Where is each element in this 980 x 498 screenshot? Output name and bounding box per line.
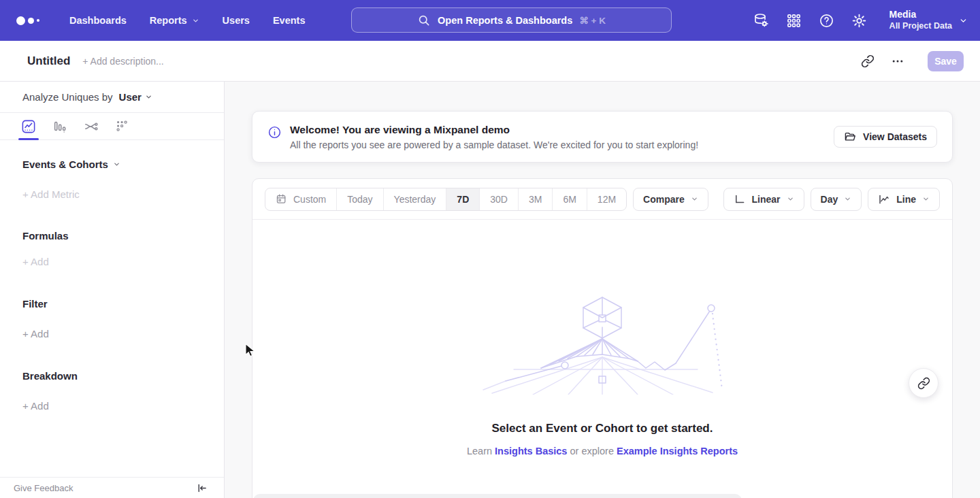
nav-label: Reports [150, 15, 187, 26]
range-6m[interactable]: 6M [552, 188, 586, 210]
range-label: Yesterday [394, 194, 436, 205]
project-selector[interactable]: Media All Project Data [889, 9, 968, 31]
events-cohorts-label: Events & Cohorts [22, 159, 108, 170]
give-feedback-link[interactable]: Give Feedback [14, 483, 73, 493]
gear-icon[interactable] [851, 13, 867, 29]
add-breakdown-button[interactable]: + Add [0, 400, 224, 412]
mixpanel-logo[interactable] [16, 16, 46, 25]
chart-type-selector[interactable]: Line [868, 188, 940, 211]
empty-state-subtitle: Learn Insights Basics or explore Example… [467, 446, 738, 456]
welcome-banner: Welcome! You are viewing a Mixpanel demo… [252, 111, 953, 163]
line-chart-icon [878, 193, 890, 205]
apps-grid-icon[interactable] [786, 13, 802, 29]
compare-button[interactable]: Compare [633, 188, 708, 211]
formulas-header: Formulas [0, 230, 224, 242]
banner-subtitle: All the reports you see are powered by a… [290, 139, 698, 150]
empty-state: Select an Event or Cohort to get started… [252, 220, 952, 456]
next-section-peek [253, 494, 742, 498]
save-button[interactable]: Save [928, 51, 964, 71]
search-shortcut: ⌘ + K [579, 15, 606, 26]
logo-dot [28, 18, 34, 24]
range-today[interactable]: Today [336, 188, 382, 210]
empty-state-illustration [473, 289, 732, 395]
more-options-icon[interactable] [887, 50, 909, 72]
range-yesterday[interactable]: Yesterday [383, 188, 446, 210]
logo-dot [37, 19, 39, 22]
interval-selector[interactable]: Day [811, 188, 862, 211]
report-header-bar: Untitled + Add description... Save [0, 41, 980, 82]
nav-users[interactable]: Users [223, 15, 250, 26]
empty-state-title: Select an Event or Cohort to get started… [492, 422, 713, 435]
linear-axis-icon [734, 193, 746, 205]
subtitle-text: Learn [467, 446, 492, 456]
search-placeholder: Open Reports & Dashboards [438, 15, 572, 26]
chevron-down-icon [787, 195, 794, 203]
share-link-fab[interactable] [909, 368, 938, 398]
breakdown-label: Breakdown [22, 370, 78, 382]
add-metric-button[interactable]: + Add Metric [0, 188, 224, 200]
analyze-by-dropdown[interactable]: User [119, 91, 152, 103]
top-nav: Dashboards Reports Users Events Open Rep… [0, 0, 980, 41]
events-cohorts-header[interactable]: Events & Cohorts [0, 159, 224, 170]
nav-label: Users [223, 15, 250, 26]
main-content: Welcome! You are viewing a Mixpanel demo… [225, 82, 980, 498]
project-scope: All Project Data [889, 21, 952, 32]
report-title[interactable]: Untitled [27, 54, 70, 68]
calendar-icon [276, 193, 287, 205]
chevron-down-icon [113, 161, 120, 168]
add-formula-button[interactable]: + Add [0, 256, 224, 267]
chevron-down-icon [959, 16, 968, 25]
range-12m[interactable]: 12M [587, 188, 626, 210]
range-30d[interactable]: 30D [479, 188, 518, 210]
logo-dot [16, 16, 25, 25]
example-reports-link[interactable]: Example Insights Reports [617, 446, 738, 456]
range-label: 3M [529, 194, 542, 205]
nav-reports[interactable]: Reports [150, 15, 199, 26]
help-icon[interactable] [819, 13, 834, 29]
range-custom[interactable]: Custom [265, 188, 336, 210]
chevron-down-icon [922, 195, 930, 203]
subtitle-text: or explore [570, 446, 613, 456]
analyze-by-value: User [119, 91, 142, 103]
tab-bar-chart-icon[interactable] [52, 119, 67, 140]
scale-label: Linear [752, 194, 781, 205]
chevron-down-icon [844, 195, 851, 203]
interval-label: Day [821, 194, 838, 205]
project-name: Media [889, 9, 952, 21]
chart-type-label: Line [896, 194, 916, 205]
insights-basics-link[interactable]: Insights Basics [495, 446, 567, 456]
nav-label: Dashboards [69, 15, 127, 26]
tab-retention-icon[interactable] [115, 119, 130, 140]
global-search[interactable]: Open Reports & Dashboards ⌘ + K [351, 7, 672, 33]
nav-dashboards[interactable]: Dashboards [69, 15, 127, 26]
add-filter-button[interactable]: + Add [0, 328, 224, 339]
analyze-by-label: Analyze Uniques by [22, 91, 113, 103]
chevron-down-icon [145, 93, 152, 101]
view-datasets-button[interactable]: View Datasets [834, 126, 937, 148]
range-label: 7D [457, 194, 469, 205]
banner-title: Welcome! You are viewing a Mixpanel demo [290, 124, 698, 136]
report-toolbar: Custom Today Yesterday 7D 30D 3M 6M 12M … [252, 179, 952, 220]
add-description[interactable]: + Add description... [82, 56, 163, 67]
filter-label: Filter [22, 298, 48, 310]
tab-insights-icon[interactable] [21, 119, 36, 140]
nav-events[interactable]: Events [273, 15, 306, 26]
range-3m[interactable]: 3M [518, 188, 552, 210]
info-icon [267, 125, 282, 139]
copy-link-icon[interactable] [857, 50, 879, 72]
tab-flows-icon[interactable] [84, 119, 99, 140]
scale-selector[interactable]: Linear [723, 188, 804, 211]
query-builder-sidebar: Analyze Uniques by User Events & Cohorts… [0, 82, 225, 498]
range-label: Today [347, 194, 372, 205]
folder-icon [844, 131, 857, 144]
data-management-icon[interactable] [753, 12, 769, 29]
range-7d[interactable]: 7D [446, 188, 479, 210]
breakdown-header: Breakdown [0, 370, 224, 382]
search-icon [417, 14, 431, 27]
filter-header: Filter [0, 298, 224, 310]
date-range-picker: Custom Today Yesterday 7D 30D 3M 6M 12M [265, 188, 627, 211]
range-label: 6M [563, 194, 576, 205]
compare-label: Compare [643, 194, 685, 205]
range-label: 30D [490, 194, 508, 205]
collapse-sidebar-icon[interactable] [196, 482, 208, 494]
